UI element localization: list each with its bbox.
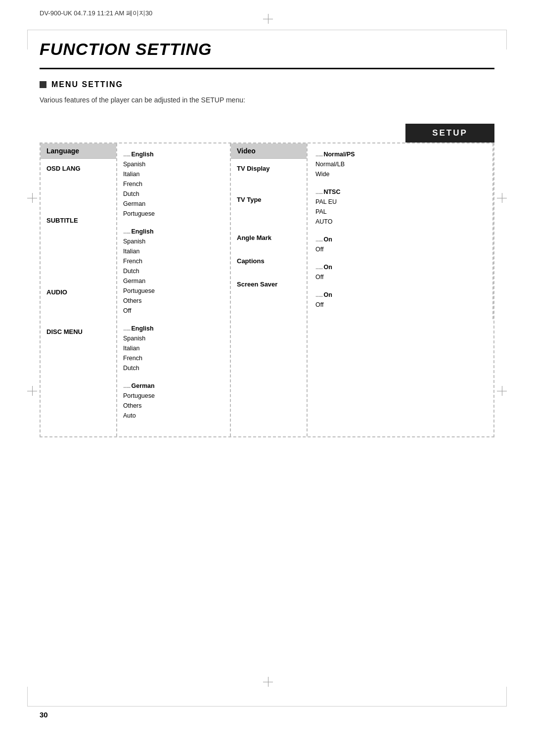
setup-diagram: SETUP Language OSD LANG SUBTITLE AUDIO [40, 124, 494, 437]
osd-opt-spanish: Spanish [122, 159, 225, 169]
audio-group: AUDIO [46, 288, 110, 296]
audio-options: English Spanish Italian French Dutch [122, 324, 225, 373]
sub-opt-spanish: Spanish [122, 236, 225, 246]
border-top [27, 30, 507, 30]
osd-opt-italian: Italian [122, 169, 225, 179]
audio-label: AUDIO [46, 288, 110, 296]
disc-menu-label: DISC MENU [46, 328, 110, 335]
angle-mark-label: Angle Mark [237, 234, 301, 241]
aud-opt-french: French [122, 353, 225, 363]
aud-opt-dutch: Dutch [122, 363, 225, 373]
sub-opt-portuguese: Portuguese [122, 286, 225, 296]
diagram-content: Language OSD LANG SUBTITLE AUDIO DISC ME… [40, 142, 494, 437]
border-left-top [27, 30, 28, 49]
aud-opt-spanish: Spanish [122, 333, 225, 343]
video-options-panel: Normal/PS Normal/LB Wide NTSC PAL EU PAL… [308, 143, 493, 436]
video-panel: Video TV Display TV Type Angle Mark Capt… [231, 143, 308, 436]
subtitle-group: SUBTITLE [46, 217, 110, 224]
tv-type-label: TV Type [237, 196, 301, 203]
crosshair-right-mid2 [497, 386, 507, 396]
crosshair-top [263, 14, 273, 24]
cap-opt-on: On [314, 262, 487, 272]
disc-opt-portuguese: Portuguese [122, 391, 225, 401]
title-underline [40, 68, 494, 69]
tv-type-options: NTSC PAL EU PAL AUTO [314, 187, 487, 227]
captions-label: Captions [237, 257, 301, 265]
osd-lang-options: English Spanish Italian French Dutch Ger… [122, 149, 225, 219]
disc-opt-others: Others [122, 401, 225, 411]
tvt-opt-pal: PAL [314, 207, 487, 217]
section-title: MENU SETTING [51, 80, 123, 89]
video-body: TV Display TV Type Angle Mark Captions S… [231, 159, 307, 304]
border-right-bottom [506, 687, 507, 707]
section-icon [40, 81, 46, 88]
tv-display-label: TV Display [237, 165, 301, 172]
page-content: FUNCTION SETTING MENU SETTING Various fe… [40, 40, 494, 437]
sub-opt-english: English [122, 227, 225, 236]
osd-opt-french: French [122, 179, 225, 189]
sub-opt-german: German [122, 276, 225, 286]
captions-group: Captions [237, 257, 301, 265]
crosshair-right-mid1 [497, 193, 507, 203]
aud-opt-english: English [122, 324, 225, 333]
tvd-opt-normal-lb: Normal/LB [314, 159, 487, 169]
border-bottom [27, 706, 507, 707]
sub-opt-off: Off [122, 306, 225, 316]
angle-mark-options: On Off [314, 235, 487, 254]
page-number: 30 [40, 710, 48, 719]
osd-opt-english: English [122, 149, 225, 159]
osd-opt-dutch: Dutch [122, 189, 225, 199]
osd-lang-label: OSD LANG [46, 165, 110, 172]
screen-saver-label: Screen Saver [237, 281, 301, 288]
tvd-opt-wide: Wide [314, 169, 487, 179]
crosshair-left-mid1 [27, 193, 37, 203]
ang-opt-on: On [314, 235, 487, 244]
screen-saver-options: On Off [314, 290, 487, 310]
setup-title: SETUP [405, 124, 494, 142]
section-heading: MENU SETTING [40, 80, 494, 89]
sub-opt-dutch: Dutch [122, 266, 225, 276]
angle-mark-group: Angle Mark [237, 234, 301, 241]
tvt-opt-ntsc: NTSC [314, 187, 487, 197]
tvt-opt-auto: AUTO [314, 217, 487, 227]
sub-opt-french: French [122, 256, 225, 266]
osd-opt-portuguese: Portuguese [122, 209, 225, 219]
video-header: Video [231, 143, 307, 159]
language-panel: Language OSD LANG SUBTITLE AUDIO DISC ME… [41, 143, 117, 436]
osd-lang-group: OSD LANG [46, 165, 110, 172]
tvd-opt-normal-ps: Normal/PS [314, 149, 487, 159]
language-body: OSD LANG SUBTITLE AUDIO DISC MENU [41, 159, 116, 351]
disc-menu-group: DISC MENU [46, 328, 110, 335]
ss-opt-on: On [314, 290, 487, 300]
osd-opt-german: German [122, 199, 225, 209]
tv-type-group: TV Type [237, 196, 301, 203]
ang-opt-off: Off [314, 244, 487, 254]
screen-saver-group: Screen Saver [237, 281, 301, 288]
captions-options: On Off [314, 262, 487, 282]
page-title: FUNCTION SETTING [40, 40, 494, 59]
section-description: Various features of the player can be ad… [40, 96, 494, 104]
tv-display-group: TV Display [237, 165, 301, 172]
border-right-top [506, 30, 507, 49]
border-left-bottom [27, 687, 28, 707]
disc-opt-german: German [122, 381, 225, 391]
crosshair-left-mid2 [27, 386, 37, 396]
crosshair-bottom [263, 677, 273, 687]
subtitle-options: English Spanish Italian French Dutch Ger… [122, 227, 225, 316]
language-options-panel: English Spanish Italian French Dutch Ger… [117, 143, 231, 436]
disc-menu-options: German Portuguese Others Auto [122, 381, 225, 421]
tvt-opt-paleu: PAL EU [314, 197, 487, 207]
sub-opt-italian: Italian [122, 246, 225, 256]
disc-opt-auto: Auto [122, 411, 225, 421]
header-meta: DV-900-UK 04.7.19 11:21 AM 페이지30 [40, 9, 152, 18]
ss-opt-off: Off [314, 300, 487, 310]
tv-display-options: Normal/PS Normal/LB Wide [314, 149, 487, 179]
subtitle-label: SUBTITLE [46, 217, 110, 224]
language-header: Language [41, 143, 116, 159]
sub-opt-others: Others [122, 296, 225, 306]
aud-opt-italian: Italian [122, 343, 225, 353]
cap-opt-off: Off [314, 272, 487, 282]
